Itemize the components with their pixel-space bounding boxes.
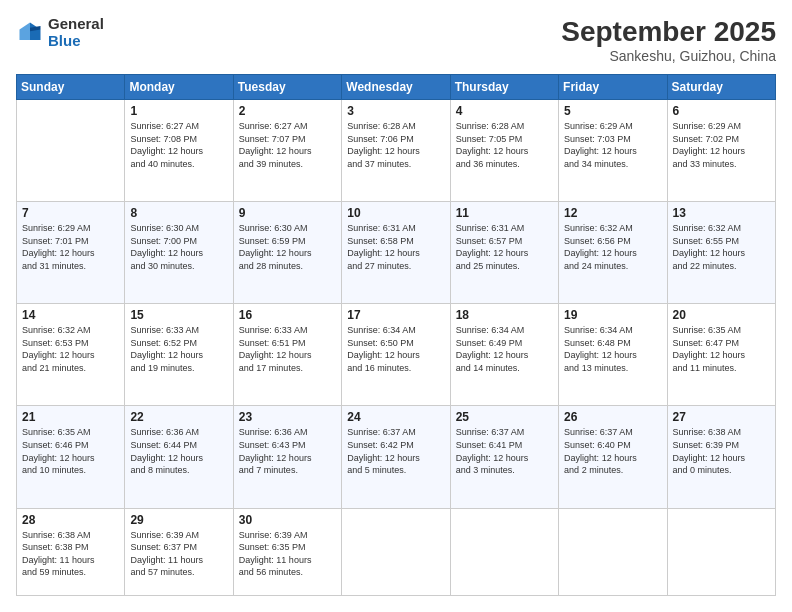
calendar-table: Sunday Monday Tuesday Wednesday Thursday… (16, 74, 776, 596)
table-cell: 26Sunrise: 6:37 AM Sunset: 6:40 PM Dayli… (559, 406, 667, 508)
table-cell: 1Sunrise: 6:27 AM Sunset: 7:08 PM Daylig… (125, 100, 233, 202)
logo-general: General (48, 16, 104, 33)
day-number: 22 (130, 410, 227, 424)
day-info: Sunrise: 6:39 AM Sunset: 6:35 PM Dayligh… (239, 529, 336, 579)
day-number: 16 (239, 308, 336, 322)
day-number: 8 (130, 206, 227, 220)
table-cell: 24Sunrise: 6:37 AM Sunset: 6:42 PM Dayli… (342, 406, 450, 508)
header-monday: Monday (125, 75, 233, 100)
logo-icon (16, 19, 44, 47)
day-number: 24 (347, 410, 444, 424)
table-cell: 25Sunrise: 6:37 AM Sunset: 6:41 PM Dayli… (450, 406, 558, 508)
day-number: 29 (130, 513, 227, 527)
table-cell (17, 100, 125, 202)
day-number: 21 (22, 410, 119, 424)
day-number: 4 (456, 104, 553, 118)
table-cell: 6Sunrise: 6:29 AM Sunset: 7:02 PM Daylig… (667, 100, 775, 202)
day-info: Sunrise: 6:35 AM Sunset: 6:47 PM Dayligh… (673, 324, 770, 374)
calendar-subtitle: Sankeshu, Guizhou, China (561, 48, 776, 64)
day-number: 18 (456, 308, 553, 322)
day-number: 5 (564, 104, 661, 118)
day-number: 19 (564, 308, 661, 322)
logo-blue: Blue (48, 33, 104, 50)
table-cell: 11Sunrise: 6:31 AM Sunset: 6:57 PM Dayli… (450, 202, 558, 304)
day-info: Sunrise: 6:27 AM Sunset: 7:07 PM Dayligh… (239, 120, 336, 170)
day-number: 10 (347, 206, 444, 220)
header-thursday: Thursday (450, 75, 558, 100)
table-cell: 2Sunrise: 6:27 AM Sunset: 7:07 PM Daylig… (233, 100, 341, 202)
svg-marker-1 (20, 22, 31, 40)
calendar-title: September 2025 (561, 16, 776, 48)
day-number: 11 (456, 206, 553, 220)
table-cell: 9Sunrise: 6:30 AM Sunset: 6:59 PM Daylig… (233, 202, 341, 304)
table-cell: 27Sunrise: 6:38 AM Sunset: 6:39 PM Dayli… (667, 406, 775, 508)
day-number: 14 (22, 308, 119, 322)
table-cell: 15Sunrise: 6:33 AM Sunset: 6:52 PM Dayli… (125, 304, 233, 406)
day-info: Sunrise: 6:33 AM Sunset: 6:52 PM Dayligh… (130, 324, 227, 374)
day-info: Sunrise: 6:32 AM Sunset: 6:56 PM Dayligh… (564, 222, 661, 272)
table-cell: 10Sunrise: 6:31 AM Sunset: 6:58 PM Dayli… (342, 202, 450, 304)
page: General Blue September 2025 Sankeshu, Gu… (0, 0, 792, 612)
day-info: Sunrise: 6:36 AM Sunset: 6:43 PM Dayligh… (239, 426, 336, 476)
day-info: Sunrise: 6:34 AM Sunset: 6:49 PM Dayligh… (456, 324, 553, 374)
svg-marker-0 (30, 22, 41, 40)
day-info: Sunrise: 6:29 AM Sunset: 7:01 PM Dayligh… (22, 222, 119, 272)
day-info: Sunrise: 6:38 AM Sunset: 6:39 PM Dayligh… (673, 426, 770, 476)
header-wednesday: Wednesday (342, 75, 450, 100)
header-saturday: Saturday (667, 75, 775, 100)
day-info: Sunrise: 6:32 AM Sunset: 6:53 PM Dayligh… (22, 324, 119, 374)
day-number: 3 (347, 104, 444, 118)
day-info: Sunrise: 6:27 AM Sunset: 7:08 PM Dayligh… (130, 120, 227, 170)
day-info: Sunrise: 6:37 AM Sunset: 6:40 PM Dayligh… (564, 426, 661, 476)
day-number: 30 (239, 513, 336, 527)
day-info: Sunrise: 6:31 AM Sunset: 6:57 PM Dayligh… (456, 222, 553, 272)
day-info: Sunrise: 6:33 AM Sunset: 6:51 PM Dayligh… (239, 324, 336, 374)
day-info: Sunrise: 6:31 AM Sunset: 6:58 PM Dayligh… (347, 222, 444, 272)
table-cell: 16Sunrise: 6:33 AM Sunset: 6:51 PM Dayli… (233, 304, 341, 406)
table-cell: 19Sunrise: 6:34 AM Sunset: 6:48 PM Dayli… (559, 304, 667, 406)
day-info: Sunrise: 6:39 AM Sunset: 6:37 PM Dayligh… (130, 529, 227, 579)
day-info: Sunrise: 6:30 AM Sunset: 7:00 PM Dayligh… (130, 222, 227, 272)
header: General Blue September 2025 Sankeshu, Gu… (16, 16, 776, 64)
weekday-header-row: Sunday Monday Tuesday Wednesday Thursday… (17, 75, 776, 100)
table-cell (450, 508, 558, 596)
table-cell: 22Sunrise: 6:36 AM Sunset: 6:44 PM Dayli… (125, 406, 233, 508)
day-info: Sunrise: 6:32 AM Sunset: 6:55 PM Dayligh… (673, 222, 770, 272)
day-number: 17 (347, 308, 444, 322)
table-cell: 29Sunrise: 6:39 AM Sunset: 6:37 PM Dayli… (125, 508, 233, 596)
day-info: Sunrise: 6:35 AM Sunset: 6:46 PM Dayligh… (22, 426, 119, 476)
day-number: 12 (564, 206, 661, 220)
table-cell (342, 508, 450, 596)
day-number: 15 (130, 308, 227, 322)
title-block: September 2025 Sankeshu, Guizhou, China (561, 16, 776, 64)
table-cell (667, 508, 775, 596)
day-info: Sunrise: 6:34 AM Sunset: 6:50 PM Dayligh… (347, 324, 444, 374)
table-cell: 13Sunrise: 6:32 AM Sunset: 6:55 PM Dayli… (667, 202, 775, 304)
table-cell: 14Sunrise: 6:32 AM Sunset: 6:53 PM Dayli… (17, 304, 125, 406)
table-cell: 30Sunrise: 6:39 AM Sunset: 6:35 PM Dayli… (233, 508, 341, 596)
header-friday: Friday (559, 75, 667, 100)
day-number: 26 (564, 410, 661, 424)
day-number: 20 (673, 308, 770, 322)
day-info: Sunrise: 6:30 AM Sunset: 6:59 PM Dayligh… (239, 222, 336, 272)
table-cell: 17Sunrise: 6:34 AM Sunset: 6:50 PM Dayli… (342, 304, 450, 406)
day-number: 6 (673, 104, 770, 118)
day-info: Sunrise: 6:29 AM Sunset: 7:02 PM Dayligh… (673, 120, 770, 170)
table-cell (559, 508, 667, 596)
day-info: Sunrise: 6:28 AM Sunset: 7:05 PM Dayligh… (456, 120, 553, 170)
logo-text: General Blue (48, 16, 104, 49)
table-cell: 5Sunrise: 6:29 AM Sunset: 7:03 PM Daylig… (559, 100, 667, 202)
table-cell: 12Sunrise: 6:32 AM Sunset: 6:56 PM Dayli… (559, 202, 667, 304)
table-cell: 7Sunrise: 6:29 AM Sunset: 7:01 PM Daylig… (17, 202, 125, 304)
table-cell: 4Sunrise: 6:28 AM Sunset: 7:05 PM Daylig… (450, 100, 558, 202)
day-info: Sunrise: 6:36 AM Sunset: 6:44 PM Dayligh… (130, 426, 227, 476)
header-tuesday: Tuesday (233, 75, 341, 100)
day-number: 27 (673, 410, 770, 424)
day-number: 13 (673, 206, 770, 220)
logo: General Blue (16, 16, 104, 49)
table-cell: 23Sunrise: 6:36 AM Sunset: 6:43 PM Dayli… (233, 406, 341, 508)
table-cell: 21Sunrise: 6:35 AM Sunset: 6:46 PM Dayli… (17, 406, 125, 508)
table-cell: 18Sunrise: 6:34 AM Sunset: 6:49 PM Dayli… (450, 304, 558, 406)
day-number: 7 (22, 206, 119, 220)
table-cell: 3Sunrise: 6:28 AM Sunset: 7:06 PM Daylig… (342, 100, 450, 202)
